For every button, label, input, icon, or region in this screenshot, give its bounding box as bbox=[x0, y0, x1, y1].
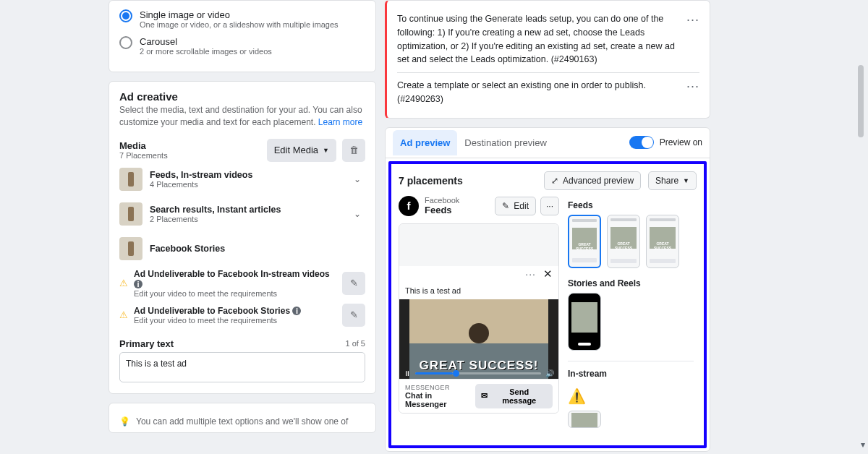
post-more-icon[interactable]: ··· bbox=[525, 268, 536, 280]
radio-unchecked-icon bbox=[119, 36, 132, 49]
placement-search[interactable]: Search results, Instant articles 2 Place… bbox=[119, 197, 365, 231]
format-single[interactable]: Single image or video One image or video… bbox=[119, 9, 365, 29]
alert-text-2: Create a template or select an existing … bbox=[397, 79, 679, 106]
ad-post-preview: ··· ✕ This is a test ad GREAT SUCCESS! ⏸ bbox=[399, 223, 559, 414]
volume-icon[interactable]: 🔊 bbox=[545, 369, 554, 377]
format-carousel-sub: 2 or more scrollable images or videos bbox=[140, 47, 272, 56]
pencil-icon: ✎ bbox=[350, 278, 358, 288]
warn-stories-title: Ad Undeliverable to Facebook Stories bbox=[134, 306, 290, 316]
fb-placement-label: Feeds bbox=[425, 205, 459, 215]
warn-instream-title: Ad Undeliverable to Facebook In-stream v… bbox=[134, 269, 330, 279]
placement-thumb bbox=[119, 202, 142, 226]
feeds-thumb-3[interactable]: GREAT SUCCESS bbox=[646, 215, 679, 268]
edit-preview-label: Edit bbox=[514, 201, 529, 211]
preview-left: f Facebook Feeds ✎ Edit bbox=[399, 196, 559, 438]
delete-media-button[interactable]: 🗑 bbox=[342, 139, 365, 162]
edit-warn-stories-button[interactable]: ✎ bbox=[342, 304, 365, 327]
warning-icon: ⚠️ bbox=[568, 383, 586, 409]
post-primary-text: This is a test ad bbox=[399, 282, 558, 299]
group-feeds-label: Feeds bbox=[568, 200, 694, 210]
primary-text-label: Primary text bbox=[119, 338, 174, 349]
placement-feeds-title: Feeds, In-stream videos bbox=[150, 170, 252, 180]
divider bbox=[568, 361, 694, 361]
pause-icon[interactable]: ⏸ bbox=[404, 369, 411, 377]
chevron-down-icon[interactable]: ⌄ bbox=[349, 205, 365, 223]
preview-thumbnails[interactable]: Feeds GREAT SUCCESS GREAT SUCCESS GREAT … bbox=[568, 196, 697, 438]
tab-ad-preview[interactable]: Ad preview bbox=[393, 130, 457, 155]
instream-thumb-1[interactable] bbox=[568, 411, 601, 428]
more-icon: ··· bbox=[546, 201, 553, 211]
placement-stories[interactable]: Facebook Stories bbox=[119, 231, 365, 266]
ad-format-card: Single image or video One image or video… bbox=[109, 0, 376, 72]
radio-checked-icon bbox=[119, 9, 132, 22]
video-controls[interactable]: ⏸ 🔊 bbox=[404, 369, 554, 377]
ad-creative-desc: Select the media, text and destination f… bbox=[119, 104, 365, 129]
group-instream-label: In-stream bbox=[568, 369, 694, 379]
cta-subtitle: MESSENGER bbox=[405, 384, 475, 391]
preview-card: Ad preview Destination preview Preview o… bbox=[385, 127, 710, 452]
caret-down-icon: ▼ bbox=[323, 147, 329, 154]
preview-toggle[interactable] bbox=[629, 136, 654, 149]
send-message-label: Send message bbox=[491, 387, 547, 405]
edit-warn-instream-button[interactable]: ✎ bbox=[342, 272, 365, 295]
error-alert-card: To continue using the Generate leads set… bbox=[385, 0, 710, 119]
format-carousel[interactable]: Carousel 2 or more scrollable images or … bbox=[119, 36, 365, 56]
placement-feeds[interactable]: Feeds, In-stream videos 4 Placements ⌄ bbox=[119, 162, 365, 197]
primary-text-input[interactable] bbox=[119, 352, 365, 382]
placement-feeds-sub: 4 Placements bbox=[150, 180, 252, 189]
advanced-preview-button[interactable]: ⤢ Advanced preview bbox=[544, 171, 641, 190]
share-label: Share bbox=[655, 176, 678, 186]
stories-thumb-1[interactable] bbox=[568, 293, 601, 351]
warn-stories-sub: Edit your video to meet the requirements bbox=[134, 316, 336, 325]
ad-creative-card: Ad creative Select the media, text and d… bbox=[109, 81, 376, 394]
learn-more-link[interactable]: Learn more bbox=[318, 117, 362, 127]
format-single-title: Single image or video bbox=[140, 9, 339, 20]
placement-stories-title: Facebook Stories bbox=[150, 244, 225, 254]
edit-media-label: Edit Media bbox=[274, 145, 318, 155]
media-label: Media bbox=[119, 140, 168, 151]
alert-text-1: To continue using the Generate leads set… bbox=[397, 12, 679, 67]
multi-text-hint-card: 💡 You can add multiple text options and … bbox=[109, 403, 376, 433]
placement-search-title: Search results, Instant articles bbox=[150, 205, 281, 215]
chevron-down-icon[interactable]: ⌄ bbox=[349, 170, 365, 189]
placements-title: 7 placements bbox=[399, 175, 463, 187]
media-sub: 7 Placements bbox=[119, 151, 168, 160]
warning-icon: ⚠ bbox=[119, 278, 128, 288]
advanced-preview-label: Advanced preview bbox=[563, 176, 634, 186]
placement-thumb bbox=[119, 237, 142, 260]
warning-icon: ⚠ bbox=[119, 309, 128, 320]
placement-search-sub: 2 Placements bbox=[150, 215, 281, 223]
post-header-gap bbox=[399, 224, 558, 266]
format-carousel-title: Carousel bbox=[140, 36, 272, 47]
warn-stories: ⚠ Ad Undeliverable to Facebook Stories i… bbox=[119, 301, 365, 330]
info-icon[interactable]: i bbox=[134, 280, 142, 288]
highlighted-preview-area: 7 placements ⤢ Advanced preview Share ▼ bbox=[388, 161, 707, 448]
scroll-down-icon[interactable]: ▾ bbox=[861, 440, 865, 450]
alert-menu-1[interactable]: ··· bbox=[686, 12, 699, 67]
share-button[interactable]: Share ▼ bbox=[648, 171, 697, 190]
trash-icon: 🗑 bbox=[349, 145, 359, 155]
page-scrollbar[interactable] bbox=[858, 65, 864, 137]
pencil-icon: ✎ bbox=[350, 309, 358, 320]
messenger-icon: ✉ bbox=[481, 391, 488, 401]
warn-instream-sub: Edit your video to meet the requirements bbox=[134, 289, 336, 298]
ad-creative-title: Ad creative bbox=[119, 90, 365, 103]
tab-destination-preview[interactable]: Destination preview bbox=[457, 130, 553, 155]
feeds-thumb-2[interactable]: GREAT SUCCESS bbox=[607, 215, 640, 268]
edit-media-button[interactable]: Edit Media ▼ bbox=[267, 139, 336, 162]
send-message-button[interactable]: ✉ Send message bbox=[475, 384, 553, 408]
cta-title: Chat in Messenger bbox=[405, 391, 475, 408]
preview-more-button[interactable]: ··· bbox=[540, 197, 559, 215]
fb-platform-label: Facebook bbox=[425, 196, 459, 205]
expand-icon: ⤢ bbox=[551, 176, 558, 186]
video-preview[interactable]: GREAT SUCCESS! ⏸ 🔊 bbox=[399, 299, 558, 379]
multi-text-hint: You can add multiple text options and we… bbox=[136, 416, 348, 427]
info-icon[interactable]: i bbox=[292, 307, 301, 315]
alert-menu-2[interactable]: ··· bbox=[686, 79, 699, 106]
format-single-sub: One image or video, or a slideshow with … bbox=[140, 20, 339, 29]
edit-preview-button[interactable]: ✎ Edit bbox=[495, 197, 536, 215]
primary-text-count: 1 of 5 bbox=[345, 339, 365, 348]
feeds-thumb-1[interactable]: GREAT SUCCESS bbox=[568, 215, 601, 268]
close-icon[interactable]: ✕ bbox=[543, 267, 553, 280]
group-stories-label: Stories and Reels bbox=[568, 278, 694, 288]
